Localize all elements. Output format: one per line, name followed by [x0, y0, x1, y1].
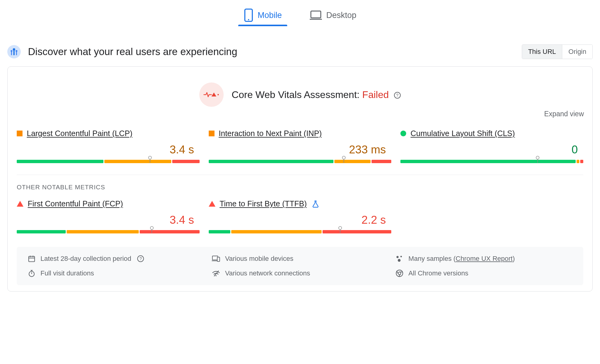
- square-icon: [209, 131, 215, 136]
- marker-icon: [535, 156, 539, 163]
- svg-rect-5: [13, 51, 15, 55]
- device-tabs: Mobile Desktop: [7, 0, 593, 30]
- square-icon: [17, 131, 23, 136]
- metric-inp: Interaction to Next Paint (INP) 233 ms: [209, 128, 392, 174]
- footer-durations: Full visit durations: [28, 269, 204, 277]
- users-icon: [7, 45, 21, 58]
- tab-desktop-label: Desktop: [326, 11, 356, 20]
- marker-icon: [338, 226, 342, 233]
- metric-fcp-name[interactable]: First Contentful Paint (FCP): [28, 199, 123, 208]
- chrome-icon: [396, 269, 403, 277]
- metric-inp-name[interactable]: Interaction to Next Paint (INP): [219, 129, 322, 138]
- triangle-icon: [17, 201, 23, 207]
- svg-rect-7: [11, 52, 12, 55]
- network-icon: [212, 270, 220, 277]
- metric-cls-bar: [400, 158, 583, 163]
- metric-lcp-bar: [17, 158, 200, 163]
- svg-rect-19: [152, 229, 152, 233]
- header-row: Discover what your real users are experi…: [7, 30, 593, 66]
- metric-ttfb-value: 2.2 s: [209, 208, 392, 228]
- scope-toggle: This URL Origin: [522, 44, 593, 59]
- core-metrics-grid: Largest Contentful Paint (LCP) 3.4 s Int…: [14, 128, 586, 174]
- assessment-text: Core Web Vitals Assessment: Failed ?: [232, 89, 400, 100]
- metric-inp-bar: [209, 158, 392, 163]
- svg-point-29: [396, 256, 399, 258]
- svg-point-8: [16, 50, 17, 52]
- svg-point-20: [339, 226, 342, 229]
- svg-rect-15: [344, 159, 344, 163]
- footer-devices: Various mobile devices: [212, 255, 389, 263]
- metric-inp-value: 233 ms: [209, 138, 392, 158]
- metric-ttfb: Time to First Byte (TTFB) 2.2 s: [209, 198, 392, 244]
- svg-rect-13: [150, 159, 151, 163]
- svg-marker-10: [211, 93, 216, 96]
- scope-origin-button[interactable]: Origin: [562, 45, 592, 59]
- svg-point-31: [398, 259, 401, 262]
- assessment-label: Core Web Vitals Assessment:: [232, 89, 359, 100]
- svg-rect-22: [29, 256, 35, 261]
- tab-desktop[interactable]: Desktop: [304, 4, 362, 26]
- svg-point-16: [536, 156, 539, 159]
- other-metrics-grid: First Contentful Paint (FCP) 3.4 s Time …: [14, 198, 586, 244]
- calendar-icon: [28, 255, 36, 263]
- scatter-icon: [396, 255, 403, 262]
- header-left: Discover what your real users are experi…: [7, 45, 237, 58]
- expand-view-link[interactable]: Expand view: [14, 107, 586, 128]
- flask-icon: [312, 200, 319, 208]
- help-icon[interactable]: ?: [137, 255, 144, 262]
- svg-point-11: [218, 94, 219, 95]
- metric-ttfb-name[interactable]: Time to First Byte (TTFB): [220, 199, 307, 208]
- mobile-icon: [244, 9, 253, 22]
- vitals-fail-icon: [199, 82, 224, 107]
- svg-rect-17: [537, 159, 538, 163]
- tab-mobile[interactable]: Mobile: [238, 4, 288, 26]
- assessment-status: Failed: [362, 89, 389, 100]
- metric-fcp-bar: [17, 228, 200, 233]
- metric-cls-value: 0: [400, 138, 583, 158]
- help-icon[interactable]: ?: [394, 92, 401, 99]
- divider: [17, 175, 583, 175]
- metric-lcp-name[interactable]: Largest Contentful Paint (LCP): [27, 129, 132, 138]
- triangle-icon: [209, 201, 215, 207]
- stopwatch-icon: [28, 269, 36, 277]
- svg-rect-9: [16, 52, 17, 55]
- footer-period: Latest 28-day collection period ?: [28, 255, 204, 263]
- assessment-row: Core Web Vitals Assessment: Failed ?: [14, 76, 586, 107]
- devices-icon: [212, 255, 220, 262]
- metric-lcp-value: 3.4 s: [17, 138, 200, 158]
- svg-point-30: [400, 256, 402, 257]
- svg-rect-28: [217, 257, 220, 261]
- circle-icon: [400, 131, 406, 136]
- footer-versions: All Chrome versions: [396, 269, 572, 277]
- metric-lcp: Largest Contentful Paint (LCP) 3.4 s: [17, 128, 200, 174]
- svg-point-12: [148, 156, 152, 159]
- svg-rect-21: [340, 229, 340, 233]
- section-other-label: OTHER NOTABLE METRICS: [14, 184, 586, 198]
- marker-icon: [150, 226, 154, 233]
- metric-fcp: First Contentful Paint (FCP) 3.4 s: [17, 198, 200, 244]
- marker-icon: [148, 156, 152, 163]
- svg-point-6: [11, 50, 12, 52]
- svg-point-14: [342, 156, 345, 159]
- footer-network: Various network connections: [212, 269, 389, 277]
- metric-cls: Cumulative Layout Shift (CLS) 0: [400, 128, 583, 174]
- svg-point-4: [13, 48, 15, 51]
- footer-samples: Many samples (Chrome UX Report): [396, 255, 572, 263]
- metric-cls-name[interactable]: Cumulative Layout Shift (CLS): [410, 129, 515, 138]
- marker-icon: [342, 156, 346, 163]
- svg-rect-2: [311, 11, 321, 18]
- crux-link[interactable]: Chrome UX Report: [456, 255, 513, 262]
- assessment-card: Core Web Vitals Assessment: Failed ? Exp…: [7, 66, 593, 292]
- svg-point-36: [215, 275, 217, 276]
- page-title: Discover what your real users are experi…: [28, 46, 237, 58]
- scope-url-button[interactable]: This URL: [522, 45, 563, 59]
- svg-line-41: [397, 271, 399, 274]
- tab-mobile-label: Mobile: [258, 11, 282, 20]
- svg-point-1: [248, 19, 249, 20]
- metric-ttfb-bar: [209, 228, 392, 233]
- svg-point-18: [150, 226, 153, 229]
- footer-info: Latest 28-day collection period ? Variou…: [17, 247, 583, 285]
- desktop-icon: [310, 10, 322, 20]
- metric-fcp-value: 3.4 s: [17, 208, 200, 228]
